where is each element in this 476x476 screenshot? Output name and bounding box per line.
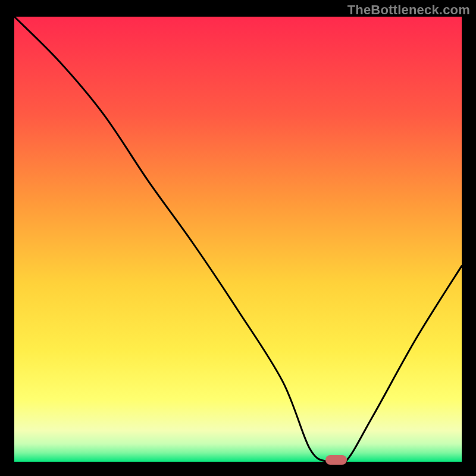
chart-svg xyxy=(14,17,462,462)
plot-area xyxy=(14,17,462,462)
watermark-text: TheBottleneck.com xyxy=(347,2,470,18)
chart-frame: TheBottleneck.com xyxy=(0,0,476,476)
gradient-background xyxy=(14,17,462,462)
optimal-marker xyxy=(325,455,347,465)
